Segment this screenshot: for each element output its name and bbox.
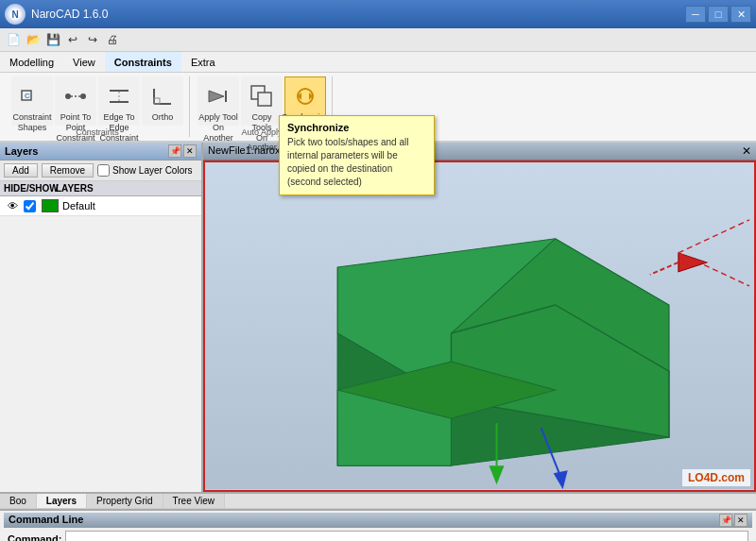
apply-tool-button[interactable]: Apply ToolOn Another <box>198 76 239 126</box>
remove-layer-button[interactable]: Remove <box>42 163 94 178</box>
svg-point-2 <box>65 93 71 99</box>
point-to-point-button[interactable]: Point To PointConstraint <box>55 76 96 126</box>
command-line-pin[interactable]: 📌 <box>719 514 732 527</box>
menu-modelling[interactable]: Modelling <box>0 52 63 72</box>
edge-to-edge-icon <box>106 83 132 110</box>
command-line-close[interactable]: ✕ <box>734 514 747 527</box>
layers-pin-button[interactable]: 📌 <box>168 144 181 158</box>
layers-toolbar: Add Remove Show Layer Colors <box>0 161 201 181</box>
canvas-close-button[interactable]: ✕ <box>742 144 751 158</box>
menu-view[interactable]: View <box>63 52 105 72</box>
ortho-label: Ortho <box>152 112 174 122</box>
minimize-button[interactable]: ─ <box>685 6 706 23</box>
close-button[interactable]: ✕ <box>730 6 751 23</box>
tab-layers[interactable]: Layers <box>37 494 87 508</box>
menu-extra[interactable]: Extra <box>181 52 225 72</box>
show-layer-colors-label: Show Layer Colors <box>112 165 192 176</box>
toolbar-content: C ConstraintShapes Point To PointConstra… <box>0 73 756 141</box>
edge-to-edge-button[interactable]: Edge To EdgeConstraint <box>98 76 140 126</box>
scene-svg <box>205 162 754 490</box>
layers-column-header: LAYERS <box>56 183 198 194</box>
constraints-group: C ConstraintShapes Point To PointConstra… <box>6 76 190 137</box>
constraints-buttons: C ConstraintShapes Point To PointConstra… <box>11 76 183 126</box>
app-logo: N <box>5 4 26 25</box>
menu-bar: Modelling View Constraints Extra <box>0 52 756 73</box>
copy-tools-button[interactable]: Copy ToolsOn Another <box>241 76 283 126</box>
layer-row-default: 👁 Default <box>0 196 201 216</box>
layer-checkbox[interactable] <box>24 200 36 212</box>
command-line-title: Command Line <box>9 514 83 527</box>
hide-show-column-header: HIDE/SHOW <box>4 183 56 194</box>
tooltip-title: Synchronize <box>287 122 426 133</box>
toolbar-area: C ConstraintShapes Point To PointConstra… <box>0 73 756 143</box>
svg-point-3 <box>80 93 86 99</box>
redo-button[interactable]: ↪ <box>83 30 102 49</box>
layers-rows: 👁 Default <box>0 196 201 492</box>
command-line-header: Command Line 📌 ✕ <box>4 513 752 528</box>
tab-boo[interactable]: Boo <box>0 494 37 508</box>
canvas-viewport[interactable]: LO4D.com <box>203 161 756 492</box>
command-area: Command Line 📌 ✕ Command: <box>0 509 756 541</box>
layer-check-icon[interactable] <box>21 200 38 212</box>
point-to-point-icon <box>62 83 89 110</box>
watermark: LO4D.com <box>682 469 750 486</box>
bottom-tabs: Boo Layers Property Grid Tree View <box>0 492 756 509</box>
save-button[interactable]: 💾 <box>43 30 62 49</box>
print-button[interactable]: 🖨 <box>103 30 122 49</box>
ortho-button[interactable]: Ortho <box>142 76 183 126</box>
constraint-shapes-icon: C <box>19 83 45 110</box>
synchronize-icon <box>292 83 318 110</box>
tab-property-grid[interactable]: Property Grid <box>87 494 163 508</box>
command-input[interactable] <box>65 531 748 541</box>
add-layer-button[interactable]: Add <box>4 163 38 178</box>
title-bar: N NaroCAD 1.6.0 ─ □ ✕ <box>0 0 756 28</box>
tab-tree-view[interactable]: Tree View <box>163 494 225 508</box>
ortho-icon <box>149 83 176 110</box>
layers-table-header: HIDE/SHOW LAYERS <box>0 181 201 196</box>
quick-access-toolbar: 📄 📂 💾 ↩ ↪ 🖨 <box>0 28 756 52</box>
layers-panel: Layers 📌 ✕ Add Remove Show Layer Colors … <box>0 143 203 492</box>
title-controls: ─ □ ✕ <box>685 6 751 23</box>
copy-tools-icon <box>249 83 275 110</box>
title-left: N NaroCAD 1.6.0 <box>5 4 108 25</box>
layer-name: Default <box>62 200 198 211</box>
layers-panel-header: Layers 📌 ✕ <box>0 143 201 161</box>
title-text: NaroCAD 1.6.0 <box>31 8 108 21</box>
layers-header-controls: 📌 ✕ <box>168 144 197 158</box>
tooltip-text: Pick two tools/shapes and all internal p… <box>287 136 426 189</box>
layer-eye-icon[interactable]: 👁 <box>4 200 21 211</box>
undo-button[interactable]: ↩ <box>63 30 82 49</box>
tooltip: Synchronize Pick two tools/shapes and al… <box>279 115 435 195</box>
svg-text:C: C <box>25 92 30 100</box>
show-layer-colors-checkbox[interactable] <box>97 164 110 177</box>
auto-apply-group-label: Auto Apply <box>241 127 282 137</box>
svg-marker-11 <box>209 91 224 102</box>
maximize-button[interactable]: □ <box>708 6 729 23</box>
show-layer-colors: Show Layer Colors <box>97 164 192 177</box>
apply-tool-icon <box>205 83 232 110</box>
layers-panel-title: Layers <box>5 145 38 157</box>
constraints-group-label: Constraints <box>76 127 119 137</box>
menu-constraints[interactable]: Constraints <box>105 52 181 72</box>
layers-close-button[interactable]: ✕ <box>183 144 197 158</box>
new-button[interactable]: 📄 <box>4 30 23 49</box>
layer-color-swatch[interactable] <box>42 199 59 212</box>
command-input-row: Command: <box>4 530 752 541</box>
command-label: Command: <box>8 533 61 541</box>
open-button[interactable]: 📂 <box>24 30 43 49</box>
constraint-shapes-button[interactable]: C ConstraintShapes <box>11 76 53 126</box>
svg-rect-14 <box>258 93 271 106</box>
